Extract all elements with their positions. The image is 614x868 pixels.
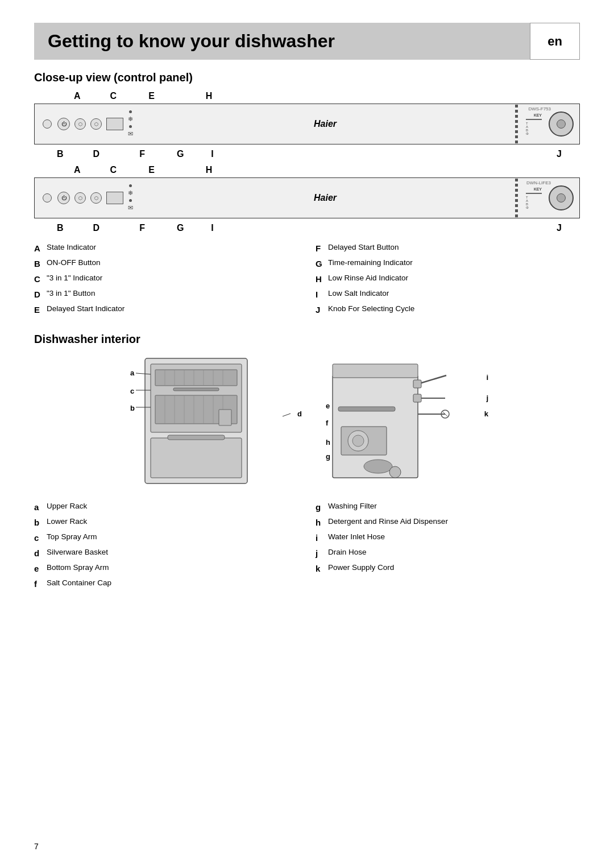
interior-legend-i: i Water Inlet Hose: [316, 532, 580, 544]
on-off-button-icon-2: ⏻: [57, 192, 70, 204]
page-number: 7: [34, 842, 39, 851]
svg-line-25: [283, 414, 291, 416]
interior-legend-f: f Salt Container Cap: [34, 578, 298, 590]
model-number-2: DWN-LIFE3: [526, 180, 551, 185]
interior-legend-d: d Silverware Basket: [34, 547, 298, 559]
label-a: a: [130, 369, 134, 377]
svg-rect-2: [155, 370, 237, 386]
dishwasher-front-svg: [122, 353, 281, 489]
legend-item-F: F Delayed Start Button: [316, 242, 580, 254]
label-j: j: [486, 394, 488, 402]
3in1-indicator-icon: ⬡: [74, 118, 86, 130]
state-indicator-icon-2: [43, 193, 52, 202]
legend-left: A State Indicator B ON-OFF Button C "3 i…: [34, 242, 298, 319]
interior-legend-c: c Top Spray Arm: [34, 532, 298, 544]
label-f: f: [326, 419, 328, 427]
label-k: k: [484, 410, 488, 418]
legend-right: F Delayed Start Button G Time-remaining …: [316, 242, 580, 319]
svg-rect-27: [333, 364, 418, 378]
control-panel-diagram1: ⏻ ⬡ ⬡: [34, 104, 580, 144]
interior-legend-e: e Bottom Spray Arm: [34, 563, 298, 574]
state-indicator-icon: [43, 119, 52, 129]
interior-legend: a Upper Rack b Lower Rack c Top Spray Ar…: [34, 501, 580, 593]
interior-title: Dishwasher interior: [34, 333, 580, 346]
interior-legend-a: a Upper Rack: [34, 501, 298, 513]
cycle-select-knob-2[interactable]: [549, 185, 574, 210]
legend-item-I: I Low Salt Indicator: [316, 288, 580, 300]
dishwasher-front-diagram: a c b d: [122, 353, 304, 491]
haier-logo-2: Haier: [314, 193, 337, 203]
interior-legend-h: h Detergent and Rinse Aid Dispenser: [316, 516, 580, 528]
label-h: h: [326, 438, 330, 447]
legend-item-G: G Time-remaining Indicator: [316, 258, 580, 270]
3in1-indicator-icon-2: ⬡: [74, 192, 86, 204]
legend-section: A State Indicator B ON-OFF Button C "3 i…: [34, 242, 580, 319]
haier-logo: Haier: [314, 119, 337, 129]
svg-rect-39: [338, 407, 395, 411]
on-off-button-icon: ⏻: [57, 118, 70, 130]
snowflake-icon: ❄: [128, 115, 133, 123]
svg-point-40: [389, 466, 401, 478]
svg-point-30: [352, 435, 364, 447]
svg-rect-19: [219, 410, 231, 425]
3in1-button-icon-2: ⬡: [90, 192, 102, 204]
svg-rect-21: [168, 435, 225, 440]
interior-legend-k: k Power Supply Cord: [316, 563, 580, 574]
snowflake-icon-2: ❄: [128, 189, 133, 197]
model-number-1: DWS-F753: [528, 106, 551, 111]
control-panel-section: Close-up view (control panel) A C E H ⏻: [34, 71, 580, 319]
svg-rect-33: [413, 380, 421, 388]
dishwasher-back-svg: [321, 353, 458, 489]
panel2-center: Haier: [141, 193, 509, 203]
interior-diagrams: a c b d: [34, 353, 580, 491]
panel-center: Haier: [141, 119, 509, 129]
interior-legend-left: a Upper Rack b Lower Rack c Top Spray Ar…: [34, 501, 298, 593]
delayed-start-button-2: [106, 192, 123, 204]
label-e: e: [326, 402, 330, 410]
interior-legend-b: b Lower Rack: [34, 516, 298, 528]
legend-item-E: E Delayed Start Indicator: [34, 304, 298, 316]
legend-item-H: H Low Rinse Aid Indicator: [316, 273, 580, 285]
control-panel-diagram2: ⏻ ⬡ ⬡: [34, 177, 580, 218]
page-header: Getting to know your dishwasher en: [34, 23, 580, 60]
page-title: Getting to know your dishwasher: [48, 31, 335, 51]
interior-legend-right: g Washing Filter h Detergent and Rinse A…: [316, 501, 580, 593]
svg-rect-35: [413, 394, 421, 402]
legend-item-J: J Knob For Selecting Cycle: [316, 304, 580, 316]
panel2-left-controls: ⏻ ⬡ ⬡: [35, 184, 141, 212]
interior-legend-g: g Washing Filter: [316, 501, 580, 513]
legend-item-B: B ON-OFF Button: [34, 258, 298, 270]
diagram1-top-labels: A C E H: [34, 91, 580, 101]
legend-item-C: C "3 in 1" Indicator: [34, 273, 298, 285]
page-container: Getting to know your dishwasher en Close…: [0, 0, 614, 868]
3in1-button-icon: ⬡: [90, 118, 102, 130]
svg-point-31: [364, 460, 392, 473]
legend-item-D: D "3 in 1" Button: [34, 288, 298, 300]
control-panel-title: Close-up view (control panel): [34, 71, 580, 84]
label-b: b: [130, 404, 135, 412]
legend-item-A: A State Indicator: [34, 242, 298, 254]
header-title-box: Getting to know your dishwasher: [34, 23, 530, 60]
cycle-select-knob-1[interactable]: [549, 111, 574, 137]
diagram1-bottom-labels: B D F G I J: [34, 149, 580, 159]
panel-indicators: [515, 104, 518, 144]
svg-rect-20: [151, 438, 242, 478]
interior-legend-j: j Drain Hose: [316, 547, 580, 559]
label-d: d: [297, 410, 302, 418]
label-i: i: [486, 373, 488, 382]
panel2-indicators: [515, 178, 518, 218]
diagram2-top-labels: A C E H: [34, 165, 580, 175]
envelope-icon: ✉: [128, 130, 133, 138]
envelope-icon-2: ✉: [128, 204, 133, 212]
delayed-start-button: [106, 118, 123, 130]
svg-line-32: [418, 375, 446, 384]
label-g: g: [326, 452, 330, 461]
panel-left-controls: ⏻ ⬡ ⬡: [35, 110, 141, 138]
dishwasher-back-diagram: i j k e f g h: [321, 353, 492, 491]
diagram2-bottom-labels: B D F G I J: [34, 223, 580, 233]
interior-section: Dishwasher interior: [34, 333, 580, 593]
svg-rect-3: [173, 388, 219, 391]
label-c: c: [130, 387, 134, 395]
header-lang: en: [530, 23, 580, 60]
